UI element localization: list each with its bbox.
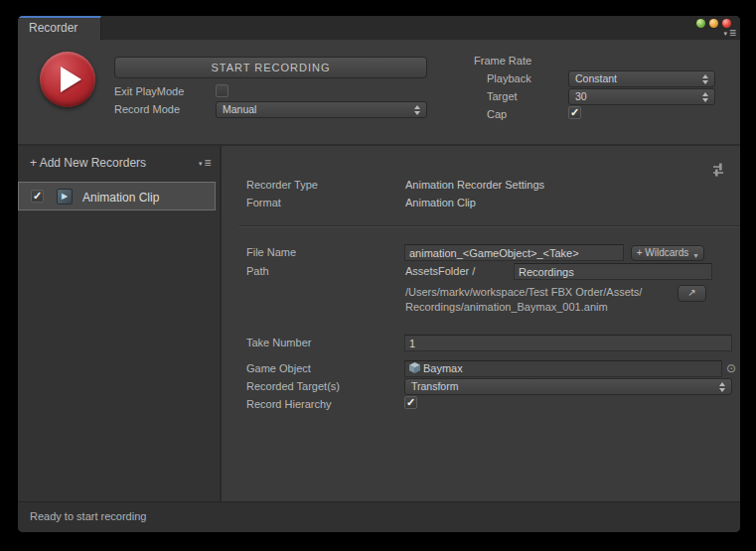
hamburger-icon: ≡ — [205, 158, 212, 168]
recorder-type-value: Animation Recorder Settings — [405, 179, 544, 191]
title-bar: Recorder ▾ ≡ — [18, 16, 740, 40]
target-framerate-dropdown[interactable]: 30 — [568, 88, 715, 105]
full-path-text: /Users/markv/workspace/Test FBX Order/As… — [405, 285, 646, 314]
record-hierarchy-checkbox[interactable]: ✓ — [404, 396, 417, 409]
record-mode-label: Record Mode — [114, 103, 180, 115]
presets-icon[interactable] — [710, 162, 726, 178]
section-divider — [238, 225, 740, 227]
dropdown-triangle-icon: ▾ — [723, 30, 727, 37]
minimize-light-icon[interactable] — [696, 19, 705, 28]
prefab-cube-icon — [409, 362, 420, 373]
add-new-recorders-button[interactable]: + Add New Recorders — [30, 156, 146, 170]
object-picker-icon[interactable]: ⊙ — [726, 362, 738, 374]
exit-playmode-checkbox[interactable] — [216, 84, 228, 97]
dropdown-arrows-icon — [702, 92, 709, 102]
recording-toolbar: START RECORDING Exit PlayMode Record Mod… — [18, 40, 740, 144]
recorder-enabled-checkbox[interactable]: ✓ — [31, 190, 44, 203]
open-path-button[interactable]: ↗ — [678, 285, 706, 302]
path-root-value: AssetsFolder / — [405, 265, 475, 277]
main-area: + Add New Recorders ▾ ≡ ✓ ▶ Animation Cl… — [18, 144, 740, 501]
dropdown-arrow-icon: ▼ — [692, 249, 699, 263]
wildcards-button-label: + Wildcards — [637, 247, 689, 258]
dropdown-triangle-icon: ▾ — [199, 160, 203, 167]
cap-label: Cap — [487, 108, 507, 120]
recorder-item-label: Animation Clip — [82, 191, 159, 205]
recorder-list-menu-button[interactable]: ▾ ≡ — [199, 158, 212, 168]
zoom-light-icon[interactable] — [709, 19, 718, 28]
game-object-field[interactable]: Baymax — [404, 360, 722, 377]
window-controls — [696, 19, 731, 28]
format-value: Animation Clip — [405, 197, 476, 208]
screenshot-stage: Recorder ▾ ≡ START RECORDING Exit PlayMo… — [0, 0, 756, 551]
recorder-settings-panel: Recorder Type Animation Recorder Setting… — [224, 146, 740, 501]
recorded-targets-label: Recorded Target(s) — [246, 380, 340, 392]
list-item-animation-clip[interactable]: ✓ ▶ Animation Clip — [18, 182, 216, 210]
cap-checkbox[interactable]: ✓ — [568, 106, 581, 119]
playback-value: Constant — [575, 72, 617, 84]
animation-clip-icon: ▶ — [57, 189, 73, 205]
recorder-window: Recorder ▾ ≡ START RECORDING Exit PlayMo… — [18, 16, 740, 532]
tab-recorder[interactable]: Recorder — [18, 16, 101, 40]
target-framerate-value: 30 — [575, 90, 587, 102]
play-icon — [61, 67, 81, 92]
record-hierarchy-label: Record Hierarchy — [246, 398, 332, 410]
take-number-input[interactable] — [404, 335, 732, 351]
recorded-targets-value: Transform — [411, 380, 458, 392]
status-text: Ready to start recording — [30, 510, 146, 522]
path-label: Path — [246, 265, 269, 277]
frame-rate-section-label: Frame Rate — [474, 55, 531, 67]
format-label: Format — [246, 197, 281, 208]
path-input[interactable] — [514, 263, 712, 280]
record-mode-value: Manual — [223, 103, 256, 115]
dropdown-arrows-icon — [719, 382, 726, 392]
target-label: Target — [487, 90, 518, 102]
dropdown-arrows-icon — [702, 74, 709, 84]
recorded-targets-dropdown[interactable]: Transform — [404, 378, 732, 395]
recorder-list-panel: + Add New Recorders ▾ ≡ ✓ ▶ Animation Cl… — [18, 146, 222, 501]
exit-playmode-label: Exit PlayMode — [114, 85, 184, 97]
status-bar: Ready to start recording — [18, 501, 740, 532]
game-object-value: Baymax — [423, 362, 463, 374]
hamburger-icon: ≡ — [729, 28, 736, 38]
recorder-type-label: Recorder Type — [246, 179, 318, 191]
dropdown-arrows-icon — [414, 105, 421, 115]
wildcards-button[interactable]: + Wildcards ▼ — [631, 245, 704, 261]
start-recording-button[interactable]: START RECORDING — [114, 57, 427, 78]
take-number-label: Take Number — [246, 337, 311, 348]
playback-dropdown[interactable]: Constant — [568, 70, 715, 87]
game-object-label: Game Object — [246, 362, 311, 374]
file-name-label: File Name — [246, 246, 296, 258]
record-mode-dropdown[interactable]: Manual — [216, 101, 427, 118]
file-name-input[interactable] — [404, 244, 624, 261]
window-menu-button[interactable]: ▾ ≡ — [723, 28, 736, 38]
playback-label: Playback — [487, 72, 531, 84]
record-button[interactable] — [40, 52, 95, 107]
